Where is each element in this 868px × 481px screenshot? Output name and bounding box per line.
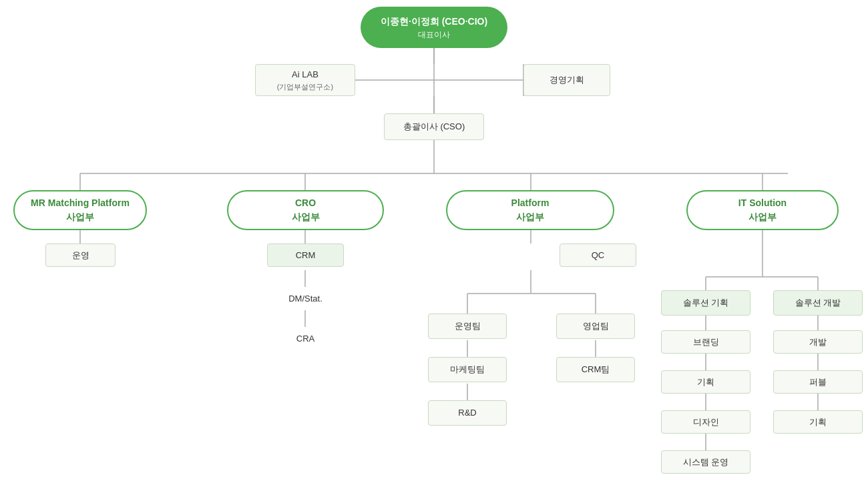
qc-node: QC xyxy=(560,244,636,267)
org-chart: 이종현·이정희 (CEO·CIO) 대표이사 Ai LAB (기업부설연구소) … xyxy=(0,0,868,27)
management-label: 경영기획 xyxy=(550,73,584,87)
branding-label: 브랜딩 xyxy=(693,336,719,349)
ai-lab-line1: Ai LAB xyxy=(277,68,333,81)
crm-node: CRM xyxy=(267,244,344,267)
it-node: IT Solution 사업부 xyxy=(686,190,839,230)
ops-team-node: 운영팀 xyxy=(428,314,507,339)
dm-stat-label: DM/Stat. xyxy=(288,292,322,306)
sales-team-label: 영업팀 xyxy=(583,320,609,333)
mr-line1: MR Matching Platform xyxy=(31,196,130,210)
cro-line1: CRO xyxy=(292,196,320,210)
solution-dev-node: 솔루션 개발 xyxy=(773,290,863,316)
ai-lab-line2: (기업부설연구소) xyxy=(277,81,333,93)
ceo-line2: 대표이사 xyxy=(381,29,487,41)
mr-node: MR Matching Platform 사업부 xyxy=(13,190,147,230)
cso-node: 총괄이사 (CSO) xyxy=(384,113,484,140)
mr-line2: 사업부 xyxy=(31,210,130,224)
cso-label: 총괄이사 (CSO) xyxy=(403,120,465,133)
platform-line2: 사업부 xyxy=(511,210,550,224)
dev-node: 개발 xyxy=(773,330,863,354)
ai-lab-node: Ai LAB (기업부설연구소) xyxy=(255,64,355,96)
marketing-team-node: 마케팅팀 xyxy=(428,357,507,382)
branding-node: 브랜딩 xyxy=(661,330,750,354)
cro-node: CRO 사업부 xyxy=(227,190,384,230)
pub-label: 퍼블 xyxy=(809,376,827,389)
platform-line1: Platform xyxy=(511,196,550,210)
sales-team-node: 영업팀 xyxy=(556,314,635,339)
cra-label: CRA xyxy=(296,332,314,346)
system-ops-node: 시스템 운영 xyxy=(661,450,750,474)
dm-stat-node: DM/Stat. xyxy=(267,287,344,310)
design-label: 디자인 xyxy=(693,416,719,429)
qc-label: QC xyxy=(592,249,605,262)
mr-ops-node: 운영 xyxy=(45,244,116,267)
rd-node: R&D xyxy=(428,400,507,426)
solution-plan-node: 솔루션 기획 xyxy=(661,290,750,316)
ceo-line1: 이종현·이정희 (CEO·CIO) xyxy=(381,15,487,29)
crm-label: CRM xyxy=(296,249,316,262)
solution-plan-label: 솔루션 기획 xyxy=(683,296,729,310)
rd-label: R&D xyxy=(458,406,476,420)
cra-node: CRA xyxy=(267,327,344,350)
platform-node: Platform 사업부 xyxy=(446,190,614,230)
plan2-label: 기획 xyxy=(809,416,827,429)
crm-team-label: CRM팀 xyxy=(582,363,610,376)
ops-team-label: 운영팀 xyxy=(455,320,481,333)
crm-team-node: CRM팀 xyxy=(556,357,635,382)
ceo-node: 이종현·이정희 (CEO·CIO) 대표이사 xyxy=(361,7,507,48)
plan-node: 기획 xyxy=(661,370,750,394)
solution-dev-label: 솔루션 개발 xyxy=(795,296,841,310)
system-ops-label: 시스템 운영 xyxy=(683,456,729,469)
pub-node: 퍼블 xyxy=(773,370,863,394)
marketing-team-label: 마케팅팀 xyxy=(450,363,485,376)
design-node: 디자인 xyxy=(661,410,750,434)
plan2-node: 기획 xyxy=(773,410,863,434)
it-line1: IT Solution xyxy=(738,196,787,210)
it-line2: 사업부 xyxy=(738,210,787,224)
management-node: 경영기획 xyxy=(523,64,610,96)
cro-line2: 사업부 xyxy=(292,210,320,224)
dev-label: 개발 xyxy=(809,336,827,349)
plan-label: 기획 xyxy=(697,376,714,389)
mr-ops-label: 운영 xyxy=(72,249,89,262)
